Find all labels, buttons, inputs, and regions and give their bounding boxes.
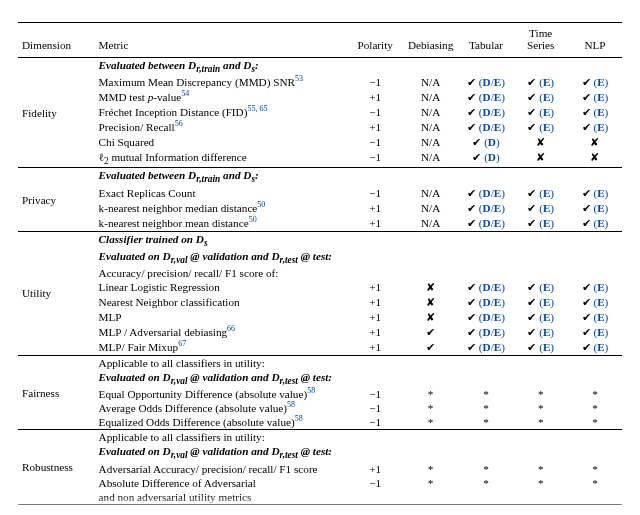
table-row: Fréchet Inception Distance (FID)55, 65−1… bbox=[18, 105, 622, 120]
polarity-cell: +1 bbox=[348, 216, 403, 232]
metric-cell: ℓ2 mutual Information difference bbox=[95, 150, 348, 168]
table-row: Precision/ Recall56+1N/A✔ (D/E)✔ (E)✔ (E… bbox=[18, 120, 622, 135]
debias-cell: N/A bbox=[403, 216, 459, 232]
nlp-cell: ✔ (E) bbox=[568, 186, 622, 201]
timeseries-cell: ✔ (E) bbox=[513, 280, 567, 295]
table-row: Chi Squared−1N/A✔ (D)✘✘ bbox=[18, 135, 622, 150]
tabular-cell: ✔ (D/E) bbox=[459, 325, 514, 340]
nlp-cell: ✔ (E) bbox=[568, 105, 622, 120]
polarity-cell: −1 bbox=[348, 150, 403, 168]
section-heading-row: RobustnessApplicable to all classifiers … bbox=[18, 430, 622, 445]
metric-cell: Nearest Neighbor classification bbox=[95, 295, 348, 310]
metric-cell: Maximum Mean Discrepancy (MMD) SNR53 bbox=[95, 75, 348, 90]
tabular-cell: * bbox=[459, 387, 514, 401]
section-heading: Applicable to all classifiers in utility… bbox=[95, 430, 622, 445]
tabular-cell: * bbox=[459, 415, 514, 430]
timeseries-cell: ✔ (E) bbox=[513, 295, 567, 310]
debias-cell: N/A bbox=[403, 75, 459, 90]
polarity-cell: −1 bbox=[348, 401, 403, 415]
table-wrap: Dimension Metric Polarity Debiasing Tabu… bbox=[0, 0, 640, 515]
nlp-cell: ✘ bbox=[568, 135, 622, 150]
timeseries-cell: ✔ (E) bbox=[513, 201, 567, 216]
col-tabular: Tabular bbox=[459, 23, 514, 58]
debias-cell: N/A bbox=[403, 150, 459, 168]
table-row: Average Odds Difference (absolute value)… bbox=[18, 401, 622, 415]
table-row: k-nearest neighbor median distance50+1N/… bbox=[18, 201, 622, 216]
section-heading: Evaluated on Dr,val @ validation and Dr,… bbox=[95, 249, 622, 266]
section-heading: Applicable to all classifiers in utility… bbox=[95, 356, 622, 371]
debias-cell: * bbox=[403, 476, 459, 490]
timeseries-cell: ✔ (E) bbox=[513, 340, 567, 356]
timeseries-cell: ✘ bbox=[513, 135, 567, 150]
table-header-row: Dimension Metric Polarity Debiasing Tabu… bbox=[18, 23, 622, 58]
debias-cell: N/A bbox=[403, 120, 459, 135]
table-row: k-nearest neighbor mean distance50+1N/A✔… bbox=[18, 216, 622, 232]
timeseries-cell: ✔ (E) bbox=[513, 120, 567, 135]
metric-cell: MLP / Adversarial debiasing66 bbox=[95, 325, 348, 340]
polarity-cell: +1 bbox=[348, 120, 403, 135]
metric-cell: k-nearest neighbor median distance50 bbox=[95, 201, 348, 216]
dimension-cell: Robustness bbox=[18, 430, 95, 504]
dimension-cell: Fidelity bbox=[18, 58, 95, 168]
dimension-cell: Fairness bbox=[18, 356, 95, 430]
timeseries-cell: ✔ (E) bbox=[513, 75, 567, 90]
nlp-cell: * bbox=[568, 387, 622, 401]
col-dimension: Dimension bbox=[18, 23, 95, 58]
metric-cell: Equal Opportunity Difference (absolute v… bbox=[95, 387, 348, 401]
timeseries-cell: * bbox=[513, 476, 567, 490]
section-heading-row: Evaluated on Dr,val @ validation and Dr,… bbox=[18, 370, 622, 387]
table-row: MLP / Adversarial debiasing66+1✔✔ (D/E)✔… bbox=[18, 325, 622, 340]
tabular-cell: ✔ (D/E) bbox=[459, 105, 514, 120]
debias-cell: ✘ bbox=[403, 280, 459, 295]
debias-cell: * bbox=[403, 415, 459, 430]
metrics-table: Dimension Metric Polarity Debiasing Tabu… bbox=[18, 22, 622, 505]
tabular-cell: * bbox=[459, 401, 514, 415]
table-row: Equal Opportunity Difference (absolute v… bbox=[18, 387, 622, 401]
timeseries-cell: ✔ (E) bbox=[513, 310, 567, 325]
section-heading-row: FidelityEvaluated between Dr,train and D… bbox=[18, 58, 622, 76]
tabular-cell: ✔ (D) bbox=[459, 150, 514, 168]
section-heading: Evaluated between Dr,train and Ds: bbox=[95, 58, 622, 76]
timeseries-cell: * bbox=[513, 415, 567, 430]
nlp-cell: ✔ (E) bbox=[568, 90, 622, 105]
timeseries-cell: * bbox=[513, 387, 567, 401]
timeseries-cell: * bbox=[513, 462, 567, 476]
nlp-cell: ✔ (E) bbox=[568, 201, 622, 216]
tabular-cell: ✔ (D/E) bbox=[459, 340, 514, 356]
dimension-cell: Utility bbox=[18, 231, 95, 355]
timeseries-cell: ✘ bbox=[513, 150, 567, 168]
metric-cell: MLP bbox=[95, 310, 348, 325]
polarity-cell: +1 bbox=[348, 280, 403, 295]
metric-cell: Exact Replicas Count bbox=[95, 186, 348, 201]
metric-cell: k-nearest neighbor mean distance50 bbox=[95, 216, 348, 232]
nlp-cell: ✔ (E) bbox=[568, 310, 622, 325]
section-heading: Evaluated between Dr,train and Ds: bbox=[95, 168, 622, 186]
debias-cell: ✔ bbox=[403, 325, 459, 340]
table-row: Adversarial Accuracy/ precision/ recall/… bbox=[18, 462, 622, 476]
nlp-cell: ✔ (E) bbox=[568, 75, 622, 90]
nlp-cell: ✘ bbox=[568, 150, 622, 168]
tabular-cell: ✔ (D/E) bbox=[459, 280, 514, 295]
polarity-cell: −1 bbox=[348, 135, 403, 150]
polarity-cell: −1 bbox=[348, 476, 403, 490]
metric-cell: Absolute Difference of Adversarial bbox=[95, 476, 348, 490]
metric-cell: Chi Squared bbox=[95, 135, 348, 150]
table-row: Absolute Difference of Adversarial−1**** bbox=[18, 476, 622, 490]
debias-cell: * bbox=[403, 401, 459, 415]
polarity-cell: +1 bbox=[348, 462, 403, 476]
tabular-cell: ✔ (D/E) bbox=[459, 90, 514, 105]
tabular-cell: ✔ (D/E) bbox=[459, 295, 514, 310]
nlp-cell: * bbox=[568, 401, 622, 415]
polarity-cell: +1 bbox=[348, 295, 403, 310]
nlp-cell: * bbox=[568, 462, 622, 476]
col-timeseries: Time Series bbox=[513, 23, 567, 58]
nlp-cell: ✔ (E) bbox=[568, 325, 622, 340]
bottom-fade bbox=[0, 495, 640, 515]
polarity-cell: +1 bbox=[348, 325, 403, 340]
tabular-cell: ✔ (D/E) bbox=[459, 186, 514, 201]
section-heading: Evaluated on Dr,val @ validation and Dr,… bbox=[95, 370, 622, 387]
tabular-cell: ✔ (D/E) bbox=[459, 75, 514, 90]
table-row: MLP+1✘✔ (D/E)✔ (E)✔ (E) bbox=[18, 310, 622, 325]
timeseries-cell: ✔ (E) bbox=[513, 90, 567, 105]
debias-cell: ✘ bbox=[403, 310, 459, 325]
